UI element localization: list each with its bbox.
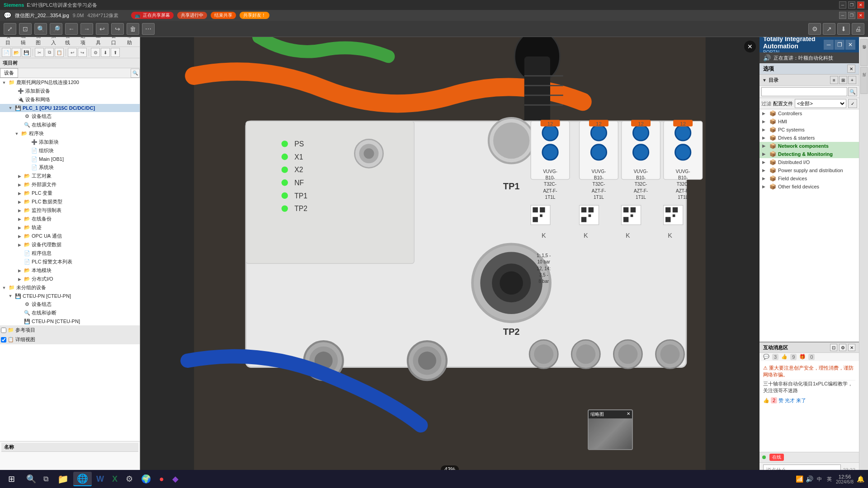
tree-item-local-module[interactable]: ▶ 📂 本地模块 <box>0 266 140 275</box>
upload-btn[interactable]: ⬆ <box>111 48 120 57</box>
ref-project-checkbox[interactable] <box>1 328 6 333</box>
cat-expand-detecting[interactable]: ▶ <box>762 152 768 156</box>
tree-item-traces[interactable]: ▶ 📂 轨迹 <box>0 223 140 232</box>
catalog-grid-btn[interactable]: ⊞ <box>839 76 847 84</box>
device-tab[interactable]: 设备 <box>0 68 18 78</box>
expand-ungrouped[interactable]: ▼ <box>1 285 7 291</box>
taskbar-clock[interactable]: 12:56 2024/6/8 <box>836 474 854 484</box>
tree-search-btn[interactable]: 🔍 <box>131 69 140 78</box>
tree-item-alarm-text[interactable]: 📄 PLC 报警文本列表 <box>0 258 140 266</box>
tree-item-main-ob1[interactable]: 📄 Main [OB1] <box>0 155 140 163</box>
volume-tray-icon[interactable]: 🔊 <box>805 475 813 483</box>
tia-close-btn[interactable]: ✕ <box>845 40 855 50</box>
ime-en-icon[interactable]: 英 <box>825 475 833 483</box>
chat-popout-btn[interactable]: ⊡ <box>830 344 837 351</box>
cat-expand-other[interactable]: ▶ <box>762 184 768 189</box>
catalog-search-input[interactable] <box>761 87 847 96</box>
taskbar-other[interactable]: ◆ <box>169 472 182 486</box>
notification-icon[interactable]: 🔔 <box>856 475 864 483</box>
taskbar-task-view[interactable]: ⧉ <box>40 472 52 486</box>
tree-item-org-block[interactable]: 📄 组织块 <box>0 146 140 155</box>
thumbnail-popup[interactable]: 缩略图 ✕ <box>588 409 633 450</box>
redo-btn[interactable]: ↪ <box>78 48 87 57</box>
taskbar-browser2[interactable]: 🌍 <box>137 472 155 486</box>
cat-expand-network[interactable]: ▶ <box>762 144 768 148</box>
expand-plcvars[interactable]: ▶ <box>16 190 23 197</box>
save-btn[interactable]: 💾 <box>22 48 31 57</box>
expand-distio[interactable]: ▶ <box>16 276 23 282</box>
zoom-out-btn[interactable]: 🔎 <box>50 23 62 35</box>
wechat-max-btn[interactable]: ❐ <box>848 12 855 19</box>
wechat-min-btn[interactable]: ─ <box>839 12 846 19</box>
tree-item-prog-info[interactable]: 📄 程序信息 <box>0 249 140 258</box>
minimize-btn[interactable]: ─ <box>839 1 846 9</box>
taskbar-settings[interactable]: ⚙ <box>122 472 137 486</box>
detail-view-checkbox[interactable] <box>1 337 6 343</box>
image-area[interactable]: PS X1 X2 NF TP1 TP2 TP1 <box>140 37 760 477</box>
tree-item-monitor-table[interactable]: ▶ 📂 监控与强制表 <box>0 206 140 215</box>
cat-item-drives[interactable]: ▶ 📦 Drives & starters <box>760 134 859 142</box>
thumbnail-close[interactable]: ✕ <box>627 411 630 418</box>
tia-max-btn[interactable]: ❐ <box>835 40 844 50</box>
chat-settings-btn[interactable]: ⚙ <box>839 344 846 351</box>
tree-item-ext-sources[interactable]: ▶ 📂 外部源文件 <box>0 180 140 189</box>
config-select[interactable]: <全部> <box>795 99 846 108</box>
cat-item-network[interactable]: ▶ 📦 Network components <box>760 142 859 150</box>
cut-btn[interactable]: ✂ <box>35 48 44 57</box>
catalog-expand-icon[interactable]: ▼ <box>762 78 767 83</box>
expand-proxydata[interactable]: ▶ <box>16 242 23 248</box>
prev-btn[interactable]: ← <box>65 23 78 35</box>
tia-min-btn[interactable]: ─ <box>824 40 834 50</box>
chat-messages[interactable]: ⚠ 重大要注意创产安全，理性消费，谨防网络诈骗。 三十轴非标自动化项目1xPLC… <box>760 361 859 452</box>
share-invite-badge[interactable]: 共享好友！ <box>240 12 269 19</box>
tree-container[interactable]: ▼ 📁 鹿斯托网段PN总线连接1200 ➕ 添加新设备 🔌 <box>0 78 140 441</box>
tree-item-proxy-data[interactable]: ▶ 📂 设备代理数据 <box>0 240 140 249</box>
taskbar-browser-edge[interactable]: 🌐 <box>73 472 92 486</box>
network-tray-icon[interactable]: 📶 <box>795 475 803 483</box>
cat-item-hmi[interactable]: ▶ 📦 HMI <box>760 117 859 126</box>
cat-item-power[interactable]: ▶ 📦 Power supply and distribution <box>760 166 859 174</box>
tree-item-ref-project[interactable]: 📁 参考项目 <box>0 326 140 334</box>
expand-locmod[interactable]: ▶ <box>16 267 23 274</box>
paste-btn[interactable]: 📋 <box>55 48 64 57</box>
expand-montbl[interactable]: ▶ <box>16 207 23 214</box>
cat-expand-distio[interactable]: ▶ <box>762 160 768 164</box>
download-btn[interactable]: ⬇ <box>101 48 110 57</box>
filter-apply-btn[interactable]: ✓ <box>848 99 857 108</box>
catalog-expand-all-btn[interactable]: + <box>848 76 856 84</box>
share-stop-badge[interactable]: 结束共享 <box>211 12 236 19</box>
img-download-btn[interactable]: ⬇ <box>837 23 850 35</box>
copy-btn[interactable]: ⧉ <box>45 48 54 57</box>
vert-tab-1[interactable]: 任务 <box>860 39 868 66</box>
delete-btn[interactable]: 🗑 <box>127 23 139 35</box>
cat-expand-controllers[interactable]: ▶ <box>762 111 768 116</box>
expand-plc1[interactable]: ▼ <box>7 105 14 111</box>
close-btn[interactable]: ✕ <box>857 1 864 9</box>
rotate-left-btn[interactable]: ↩ <box>96 23 108 35</box>
ime-icon[interactable]: 中 <box>815 475 823 483</box>
tree-item-cteu-online[interactable]: 🔍 在线和诊断 <box>0 309 140 317</box>
cat-item-controllers[interactable]: ▶ 📦 Controllers <box>760 109 859 117</box>
fullscreen-btn[interactable]: ⤢ <box>4 23 16 35</box>
cat-expand-pc[interactable]: ▶ <box>762 127 768 132</box>
expand-root[interactable]: ▼ <box>1 80 7 86</box>
tree-item-plc-vars[interactable]: ▶ 📂 PLC 变量 <box>0 189 140 197</box>
tree-item-sys-blocks[interactable]: 📄 系统块 <box>0 163 140 172</box>
expand-tech[interactable]: ▶ <box>16 173 23 179</box>
img-settings-btn[interactable]: ⚙ <box>808 23 821 35</box>
next-btn[interactable]: → <box>80 23 93 35</box>
cat-expand-drives[interactable]: ▶ <box>762 136 768 140</box>
catalog-tree[interactable]: ▶ 📦 Controllers ▶ 📦 HMI ▶ 📦 PC systems <box>760 109 859 342</box>
tree-item-online-backup[interactable]: ▶ 📂 在线备份 <box>0 215 140 223</box>
expand-onlbkp[interactable]: ▶ <box>16 216 23 222</box>
catalog-search-btn[interactable]: 🔍 <box>848 87 857 96</box>
options-close-btn[interactable]: ✕ <box>847 65 855 73</box>
img-share-btn[interactable]: ↗ <box>823 23 835 35</box>
zoom-in-btn[interactable]: 🔍 <box>34 23 47 35</box>
restore-btn[interactable]: ❐ <box>848 1 855 9</box>
tree-item-devices-networks[interactable]: 🔌 设备和网络 <box>0 95 140 104</box>
tree-item-program-blocks[interactable]: ▼ 📂 程序块 <box>0 129 140 138</box>
taskbar-word[interactable]: W <box>93 472 108 486</box>
tree-item-cteu-pn[interactable]: ▼ 💾 CTEU-PN [CTEU-PN] <box>0 292 140 300</box>
cat-item-other[interactable]: ▶ 📦 Other field devices <box>760 183 859 191</box>
